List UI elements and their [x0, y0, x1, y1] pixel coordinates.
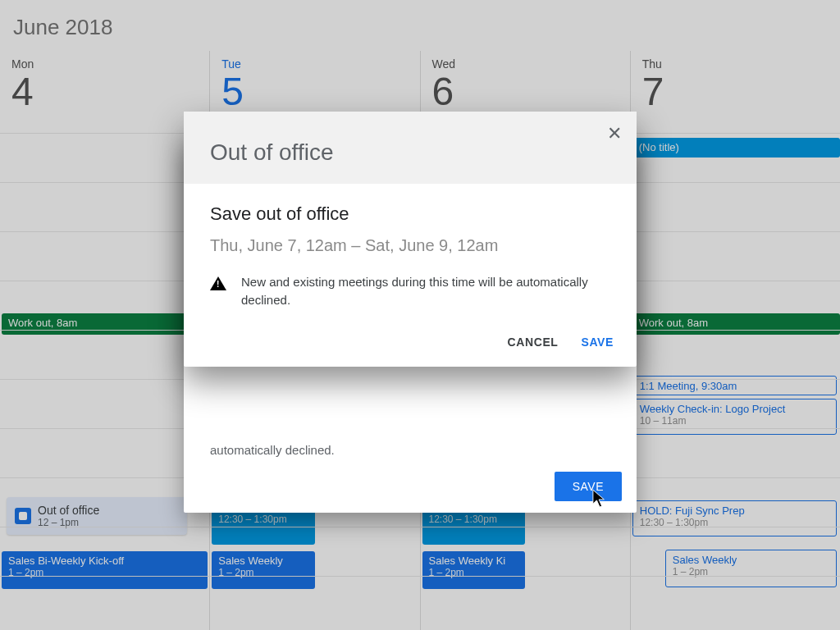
dialog-title: Save out of office — [210, 203, 610, 225]
save-button[interactable]: SAVE — [555, 472, 622, 501]
dialog-date-range: Thu, June 7, 12am – Sat, June 9, 12am — [210, 236, 610, 255]
close-icon[interactable]: ✕ — [607, 123, 622, 144]
warning-icon — [210, 276, 226, 290]
confirm-save-button[interactable]: SAVE — [582, 336, 614, 349]
dialog-warning-text: New and existing meetings during this ti… — [241, 273, 610, 309]
confirm-dialog: Out of office ✕ Save out of office Thu, … — [184, 112, 637, 367]
dialog-supertitle: Out of office — [210, 139, 610, 166]
cancel-button[interactable]: CANCEL — [508, 336, 559, 349]
